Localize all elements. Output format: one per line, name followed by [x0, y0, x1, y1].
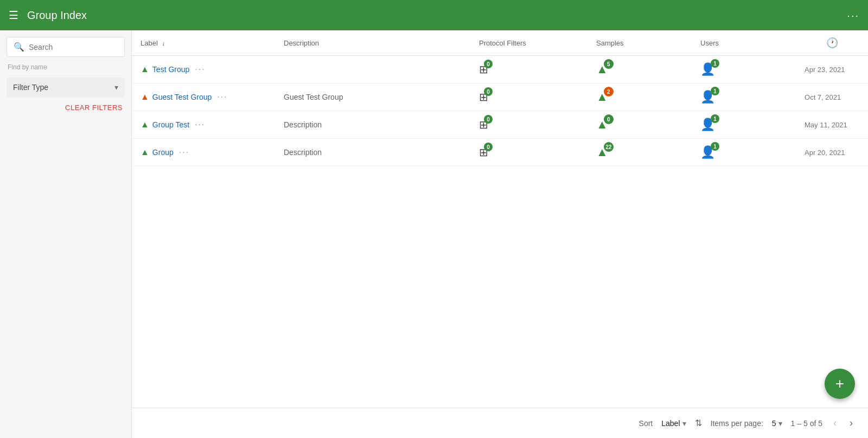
protocol-cell: ⊞ 0 — [470, 139, 588, 166]
protocol-cell: ⊞ 0 — [470, 83, 588, 111]
items-per-page-value: 5 — [772, 419, 776, 428]
search-label: Search — [29, 43, 53, 51]
table-row: ▲ Group Test ··· Description ⊞ 0 ▲ 0 👤 1… — [132, 111, 868, 139]
col-header-samples: Samples — [588, 30, 692, 56]
find-by-name-label: Find by name — [7, 63, 125, 71]
user-icon-wrap: 👤 1 — [700, 62, 715, 76]
table-wrapper: Label ↓ Description Protocol Filters Sam… — [132, 30, 868, 408]
sidebar: 🔍 Search Find by name Filter Type ▾ CLEA… — [0, 30, 132, 438]
date-cell: Apr 20, 2021 — [796, 139, 868, 166]
sample-count-badge: 2 — [604, 87, 614, 96]
group-type-icon: ▲ — [141, 65, 149, 74]
prev-page-button[interactable]: ‹ — [831, 415, 839, 431]
user-count-badge: 1 — [711, 114, 719, 123]
protocol-count-badge: 0 — [484, 87, 493, 96]
table-row: ▲ Group ··· Description ⊞ 0 ▲ 22 👤 1 Apr… — [132, 139, 868, 166]
date-cell: May 11, 2021 — [796, 111, 868, 139]
pagination-info: 1 – 5 of 5 — [791, 419, 822, 428]
protocol-icon-wrap: ⊞ 0 — [479, 91, 488, 104]
users-cell: 👤 1 — [692, 111, 796, 139]
description-cell — [275, 56, 470, 83]
items-per-page-chevron-icon: ▾ — [778, 419, 782, 428]
protocol-count-badge: 0 — [484, 115, 493, 124]
col-header-label[interactable]: Label ↓ — [132, 30, 275, 56]
table-row: ▲ Test Group ··· ⊞ 0 ▲ 5 👤 1 Apr 23, 202… — [132, 56, 868, 83]
sort-arrow-icon: ↓ — [162, 40, 165, 47]
user-count-badge: 1 — [711, 142, 719, 151]
main-layout: 🔍 Search Find by name Filter Type ▾ CLEA… — [0, 30, 868, 438]
search-box[interactable]: 🔍 Search — [7, 37, 125, 57]
items-per-page-select[interactable]: 5 ▾ — [772, 419, 782, 428]
sort-value: Label — [661, 419, 680, 428]
protocol-icon-wrap: ⊞ 0 — [479, 63, 488, 76]
row-more-icon[interactable]: ··· — [195, 120, 205, 130]
sample-count-badge: 5 — [604, 59, 614, 69]
group-type-icon: ▲ — [141, 120, 149, 130]
user-icon-wrap: 👤 1 — [700, 90, 715, 104]
app-header: ☰ Group Index ··· — [0, 0, 868, 30]
date-cell: Oct 7, 2021 — [796, 83, 868, 111]
sort-select[interactable]: Label ▾ — [661, 419, 686, 428]
description-cell: Description — [275, 111, 470, 139]
sort-label: Sort — [639, 419, 653, 428]
description-cell: Guest Test Group — [275, 83, 470, 111]
table-row: ▲ Guest Test Group ··· Guest Test Group … — [132, 83, 868, 111]
users-cell: 👤 1 — [692, 56, 796, 83]
group-name-link[interactable]: Guest Test Group — [152, 93, 212, 101]
samples-cell: ▲ 2 — [588, 83, 692, 111]
samples-cell: ▲ 0 — [588, 111, 692, 139]
row-more-icon[interactable]: ··· — [195, 65, 205, 74]
items-per-page-label: Items per page: — [711, 419, 763, 428]
row-more-icon[interactable]: ··· — [217, 92, 227, 102]
menu-icon[interactable]: ☰ — [9, 10, 18, 21]
next-page-button[interactable]: › — [847, 415, 855, 431]
protocol-cell: ⊞ 0 — [470, 56, 588, 83]
sort-direction-icon[interactable]: ⇅ — [695, 418, 702, 428]
group-name-link[interactable]: Group — [152, 148, 174, 157]
chevron-down-icon: ▾ — [114, 83, 118, 92]
protocol-icon-wrap: ⊞ 0 — [479, 146, 488, 159]
users-cell: 👤 1 — [692, 83, 796, 111]
user-count-badge: 1 — [711, 59, 719, 68]
samples-cell: ▲ 22 — [588, 139, 692, 166]
page-title: Group Index — [27, 9, 847, 22]
user-icon-wrap: 👤 1 — [700, 145, 715, 159]
sample-count-badge: 0 — [604, 114, 614, 124]
sample-count-badge: 22 — [604, 142, 614, 152]
col-header-users: Users — [692, 30, 796, 56]
samples-cell: ▲ 5 — [588, 56, 692, 83]
search-icon: 🔍 — [14, 42, 24, 52]
group-name-link[interactable]: Group Test — [152, 120, 189, 129]
col-header-protocol: Protocol Filters — [470, 30, 588, 56]
sample-icon-wrap: ▲ 2 — [596, 90, 608, 104]
protocol-count-badge: 0 — [484, 143, 493, 151]
col-header-time: 🕐 — [796, 30, 868, 56]
date-cell: Apr 23, 2021 — [796, 56, 868, 83]
description-cell: Description — [275, 139, 470, 166]
add-group-button[interactable]: + — [825, 369, 855, 399]
sort-chevron-icon: ▾ — [682, 419, 686, 428]
table-footer: Sort Label ▾ ⇅ Items per page: 5 ▾ 1 – 5… — [132, 408, 868, 438]
row-more-icon[interactable]: ··· — [179, 147, 189, 157]
group-type-icon: ▲ — [141, 92, 149, 102]
protocol-cell: ⊞ 0 — [470, 111, 588, 139]
col-header-description: Description — [275, 30, 470, 56]
table-header-row: Label ↓ Description Protocol Filters Sam… — [132, 30, 868, 56]
user-icon-wrap: 👤 1 — [700, 118, 715, 132]
group-type-icon: ▲ — [141, 147, 149, 157]
filter-type-label: Filter Type — [13, 83, 114, 92]
more-icon[interactable]: ··· — [847, 9, 859, 22]
sample-icon-wrap: ▲ 22 — [596, 145, 608, 159]
clear-filters-button[interactable]: CLEAR FILTERS — [7, 104, 125, 112]
groups-table: Label ↓ Description Protocol Filters Sam… — [132, 30, 868, 166]
users-cell: 👤 1 — [692, 139, 796, 166]
content-area: Label ↓ Description Protocol Filters Sam… — [132, 30, 868, 438]
filter-type-select[interactable]: Filter Type ▾ — [7, 78, 125, 97]
protocol-count-badge: 0 — [484, 60, 493, 68]
clock-icon: 🕐 — [826, 37, 838, 48]
protocol-icon-wrap: ⊞ 0 — [479, 118, 488, 131]
sample-icon-wrap: ▲ 0 — [596, 118, 608, 132]
user-count-badge: 1 — [711, 87, 719, 95]
group-name-link[interactable]: Test Group — [152, 65, 189, 74]
sample-icon-wrap: ▲ 5 — [596, 62, 608, 76]
